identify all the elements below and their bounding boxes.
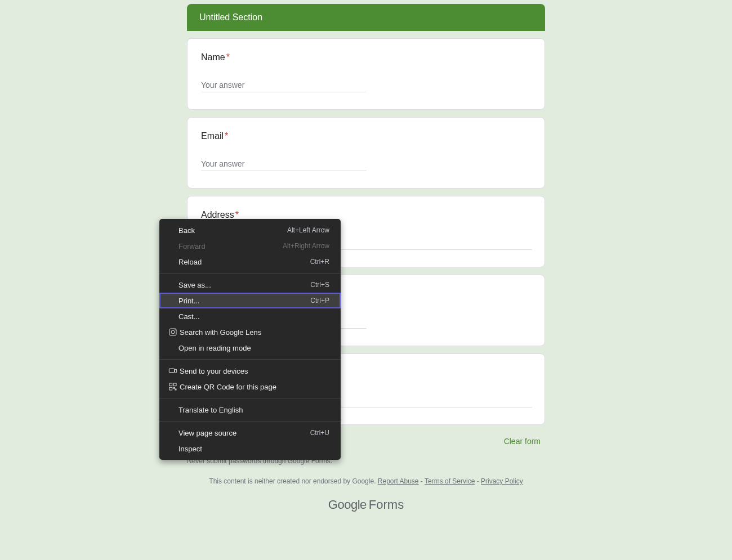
required-asterisk: * xyxy=(235,210,239,219)
devices-icon xyxy=(167,366,178,375)
svg-rect-9 xyxy=(175,389,176,390)
lens-icon xyxy=(167,328,178,337)
logo-google-text: Google xyxy=(328,498,367,512)
menu-item-save-as[interactable]: Save as...Ctrl+S xyxy=(159,277,341,293)
section-header: Untitled Section xyxy=(187,4,545,31)
svg-rect-8 xyxy=(173,387,175,388)
menu-item-shortcut: Alt+Left Arrow xyxy=(287,226,329,234)
google-forms-logo[interactable]: Google Forms xyxy=(187,498,545,512)
menu-item-label: Back xyxy=(167,226,287,235)
svg-point-1 xyxy=(171,330,175,334)
disclaimer: This content is neither created nor endo… xyxy=(187,477,545,485)
menu-item-label: Search with Google Lens xyxy=(180,328,329,337)
menu-item-label: Open in reading mode xyxy=(167,344,329,352)
disclaimer-text: This content is neither created nor endo… xyxy=(209,477,378,485)
menu-separator xyxy=(159,273,341,274)
menu-separator xyxy=(159,398,341,398)
menu-item-label: Save as... xyxy=(167,281,310,289)
menu-item-label: Print... xyxy=(167,297,310,305)
menu-item-inspect[interactable]: Inspect xyxy=(159,441,341,456)
menu-item-send-to-your-devices[interactable]: Send to your devices xyxy=(159,363,341,379)
menu-item-shortcut: Ctrl+P xyxy=(310,297,329,304)
sep: - xyxy=(419,477,425,485)
svg-rect-5 xyxy=(169,383,172,386)
menu-item-view-page-source[interactable]: View page sourceCtrl+U xyxy=(159,425,341,441)
svg-rect-3 xyxy=(169,369,174,373)
question-card-email: Email* xyxy=(187,117,545,189)
menu-item-label: Inspect xyxy=(167,445,329,453)
menu-item-label: Cast... xyxy=(167,312,329,321)
terms-link[interactable]: Terms of Service xyxy=(425,477,475,485)
menu-item-label: View page source xyxy=(167,429,310,437)
menu-item-label: Reload xyxy=(167,258,310,266)
clear-form-button[interactable]: Clear form xyxy=(499,432,545,450)
menu-item-label: Send to your devices xyxy=(180,367,329,375)
privacy-link[interactable]: Privacy Policy xyxy=(481,477,523,485)
question-label: Name* xyxy=(201,52,531,62)
svg-rect-7 xyxy=(169,387,172,390)
required-asterisk: * xyxy=(226,52,230,62)
menu-item-shortcut: Ctrl+S xyxy=(310,281,329,289)
menu-item-forward: ForwardAlt+Right Arrow xyxy=(159,238,341,254)
menu-item-label: Forward xyxy=(167,242,283,250)
qr-icon xyxy=(167,382,178,391)
menu-item-shortcut: Ctrl+U xyxy=(310,429,329,437)
menu-separator xyxy=(159,359,341,360)
context-menu: BackAlt+Left ArrowForwardAlt+Right Arrow… xyxy=(159,219,341,460)
menu-item-label: Create QR Code for this page xyxy=(180,383,329,391)
menu-item-reload[interactable]: ReloadCtrl+R xyxy=(159,254,341,270)
menu-item-create-qr-code-for-this-page[interactable]: Create QR Code for this page xyxy=(159,379,341,395)
menu-item-translate-to-english[interactable]: Translate to English xyxy=(159,402,341,418)
sep: - xyxy=(475,477,481,485)
logo-forms-text: Forms xyxy=(369,498,404,512)
menu-item-shortcut: Ctrl+R xyxy=(310,258,329,266)
question-card-name: Name* xyxy=(187,38,545,110)
menu-item-shortcut: Alt+Right Arrow xyxy=(283,242,329,250)
required-asterisk: * xyxy=(225,131,228,141)
email-input[interactable] xyxy=(201,157,367,171)
svg-rect-4 xyxy=(175,369,176,373)
menu-item-label: Translate to English xyxy=(167,406,329,414)
menu-item-search-with-google-lens[interactable]: Search with Google Lens xyxy=(159,324,341,340)
menu-separator xyxy=(159,421,341,422)
name-input[interactable] xyxy=(201,78,367,92)
menu-item-print[interactable]: Print...Ctrl+P xyxy=(159,293,341,308)
report-abuse-link[interactable]: Report Abuse xyxy=(378,477,419,485)
menu-item-cast[interactable]: Cast... xyxy=(159,308,341,324)
menu-item-back[interactable]: BackAlt+Left Arrow xyxy=(159,222,341,238)
svg-rect-6 xyxy=(173,383,176,386)
menu-item-open-in-reading-mode[interactable]: Open in reading mode xyxy=(159,340,341,356)
svg-point-2 xyxy=(175,329,175,330)
label-text: Email xyxy=(201,131,224,141)
label-text: Address xyxy=(201,210,234,219)
question-label: Email* xyxy=(201,131,531,141)
label-text: Name xyxy=(201,52,225,62)
section-title: Untitled Section xyxy=(199,12,262,22)
